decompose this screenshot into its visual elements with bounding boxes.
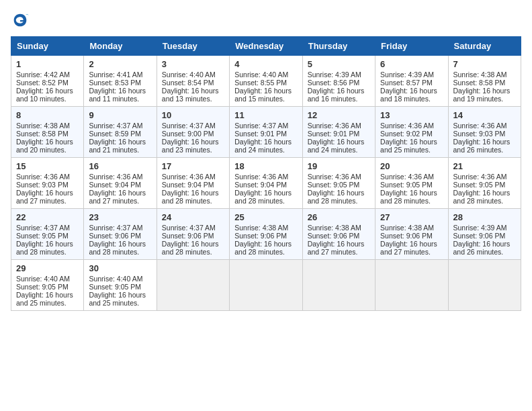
day-info: Sunrise: 4:38 AM: [453, 71, 516, 79]
day-info: Sunset: 8:54 PM: [162, 79, 224, 87]
day-info: and 24 minutes.: [234, 146, 297, 154]
day-info: Sunrise: 4:40 AM: [89, 275, 151, 283]
day-number: 19: [308, 161, 370, 171]
day-info: and 28 minutes.: [234, 248, 297, 256]
day-info: Daylight: 16 hours: [16, 240, 79, 248]
day-info: Daylight: 16 hours: [89, 291, 151, 299]
day-info: Daylight: 16 hours: [89, 240, 151, 248]
day-info: Daylight: 16 hours: [308, 138, 370, 146]
calendar-cell: 8Sunrise: 4:38 AMSunset: 8:58 PMDaylight…: [11, 107, 84, 158]
day-info: Sunset: 9:06 PM: [453, 232, 516, 240]
day-number: 9: [89, 110, 151, 120]
day-info: Sunset: 9:05 PM: [380, 181, 443, 189]
day-info: Sunset: 9:06 PM: [162, 232, 224, 240]
day-info: Sunrise: 4:40 AM: [234, 71, 297, 79]
calendar-cell: 10Sunrise: 4:37 AMSunset: 9:00 PMDayligh…: [157, 107, 229, 158]
calendar-cell: 26Sunrise: 4:38 AMSunset: 9:06 PMDayligh…: [302, 209, 375, 260]
day-info: and 28 minutes.: [16, 248, 79, 256]
calendar-cell: 16Sunrise: 4:36 AMSunset: 9:04 PMDayligh…: [84, 158, 157, 209]
day-info: Daylight: 16 hours: [453, 138, 516, 146]
day-info: Sunset: 8:55 PM: [234, 79, 297, 87]
day-info: and 27 minutes.: [380, 248, 443, 256]
day-info: and 27 minutes.: [308, 248, 370, 256]
day-info: Sunset: 9:04 PM: [162, 181, 224, 189]
day-info: and 28 minutes.: [162, 248, 224, 256]
calendar-cell: 6Sunrise: 4:39 AMSunset: 8:57 PMDaylight…: [375, 56, 448, 107]
day-info: Daylight: 16 hours: [162, 138, 224, 146]
calendar-cell: 19Sunrise: 4:36 AMSunset: 9:05 PMDayligh…: [302, 158, 375, 209]
day-info: Sunset: 9:06 PM: [380, 232, 443, 240]
day-number: 28: [453, 212, 516, 222]
calendar-cell: 20Sunrise: 4:36 AMSunset: 9:05 PMDayligh…: [375, 158, 448, 209]
day-info: Sunrise: 4:39 AM: [308, 71, 370, 79]
day-number: 22: [16, 212, 79, 222]
day-info: Daylight: 16 hours: [380, 138, 443, 146]
calendar-cell: 24Sunrise: 4:37 AMSunset: 9:06 PMDayligh…: [157, 209, 229, 260]
calendar-cell: 22Sunrise: 4:37 AMSunset: 9:05 PMDayligh…: [11, 209, 84, 260]
day-info: Daylight: 16 hours: [308, 87, 370, 95]
day-info: and 13 minutes.: [162, 95, 224, 103]
day-info: and 26 minutes.: [453, 146, 516, 154]
day-info: and 23 minutes.: [162, 146, 224, 154]
day-info: Sunrise: 4:42 AM: [16, 71, 79, 79]
day-info: Sunset: 9:01 PM: [308, 130, 370, 138]
day-number: 17: [162, 161, 224, 171]
calendar-cell: 17Sunrise: 4:36 AMSunset: 9:04 PMDayligh…: [157, 158, 229, 209]
day-number: 13: [380, 110, 443, 120]
day-info: Sunrise: 4:37 AM: [162, 122, 224, 130]
day-info: and 21 minutes.: [89, 146, 151, 154]
day-info: Sunset: 9:05 PM: [453, 181, 516, 189]
calendar-table: SundayMondayTuesdayWednesdayThursdayFrid…: [11, 36, 521, 311]
day-number: 21: [453, 161, 516, 171]
day-info: Sunrise: 4:37 AM: [234, 122, 297, 130]
day-info: Daylight: 16 hours: [380, 189, 443, 197]
day-info: Sunset: 9:04 PM: [234, 181, 297, 189]
weekday-tuesday: Tuesday: [157, 37, 229, 56]
day-info: Daylight: 16 hours: [234, 240, 297, 248]
calendar-body: 1Sunrise: 4:42 AMSunset: 8:52 PMDaylight…: [11, 56, 521, 311]
day-number: 30: [89, 263, 151, 273]
day-info: Daylight: 16 hours: [453, 87, 516, 95]
day-info: and 19 minutes.: [453, 95, 516, 103]
day-info: Daylight: 16 hours: [89, 138, 151, 146]
day-info: Daylight: 16 hours: [162, 189, 224, 197]
day-info: Sunset: 8:57 PM: [380, 79, 443, 87]
calendar-cell: 5Sunrise: 4:39 AMSunset: 8:56 PMDaylight…: [302, 56, 375, 107]
day-info: Sunrise: 4:36 AM: [380, 122, 443, 130]
day-number: 14: [453, 110, 516, 120]
day-info: and 25 minutes.: [16, 299, 79, 307]
calendar-cell: 21Sunrise: 4:36 AMSunset: 9:05 PMDayligh…: [448, 158, 521, 209]
day-info: Daylight: 16 hours: [162, 87, 224, 95]
calendar-cell: 18Sunrise: 4:36 AMSunset: 9:04 PMDayligh…: [230, 158, 302, 209]
day-info: Sunrise: 4:36 AM: [16, 173, 79, 181]
day-number: 25: [234, 212, 297, 222]
day-info: Sunrise: 4:36 AM: [234, 173, 297, 181]
day-info: Daylight: 16 hours: [453, 189, 516, 197]
calendar-cell: [448, 260, 521, 311]
calendar-week-row: 8Sunrise: 4:38 AMSunset: 8:58 PMDaylight…: [11, 107, 521, 158]
day-info: Sunrise: 4:36 AM: [162, 173, 224, 181]
calendar-cell: 14Sunrise: 4:36 AMSunset: 9:03 PMDayligh…: [448, 107, 521, 158]
logo-icon: [11, 11, 30, 30]
day-number: 1: [16, 59, 79, 69]
calendar-cell: 3Sunrise: 4:40 AMSunset: 8:54 PMDaylight…: [157, 56, 229, 107]
day-number: 23: [89, 212, 151, 222]
day-info: Daylight: 16 hours: [16, 138, 79, 146]
calendar-cell: 11Sunrise: 4:37 AMSunset: 9:01 PMDayligh…: [230, 107, 302, 158]
day-info: Sunrise: 4:37 AM: [89, 224, 151, 232]
day-info: and 26 minutes.: [453, 248, 516, 256]
day-info: Daylight: 16 hours: [16, 87, 79, 95]
weekday-header-row: SundayMondayTuesdayWednesdayThursdayFrid…: [11, 37, 521, 56]
day-info: and 10 minutes.: [16, 95, 79, 103]
day-number: 26: [308, 212, 370, 222]
day-info: Daylight: 16 hours: [89, 189, 151, 197]
day-info: Sunrise: 4:38 AM: [308, 224, 370, 232]
day-info: Sunset: 9:06 PM: [89, 232, 151, 240]
day-info: Sunrise: 4:37 AM: [16, 224, 79, 232]
day-info: and 18 minutes.: [380, 95, 443, 103]
day-info: Sunrise: 4:39 AM: [453, 224, 516, 232]
weekday-wednesday: Wednesday: [230, 37, 302, 56]
day-number: 2: [89, 59, 151, 69]
day-info: and 27 minutes.: [16, 197, 79, 205]
day-info: and 16 minutes.: [308, 95, 370, 103]
